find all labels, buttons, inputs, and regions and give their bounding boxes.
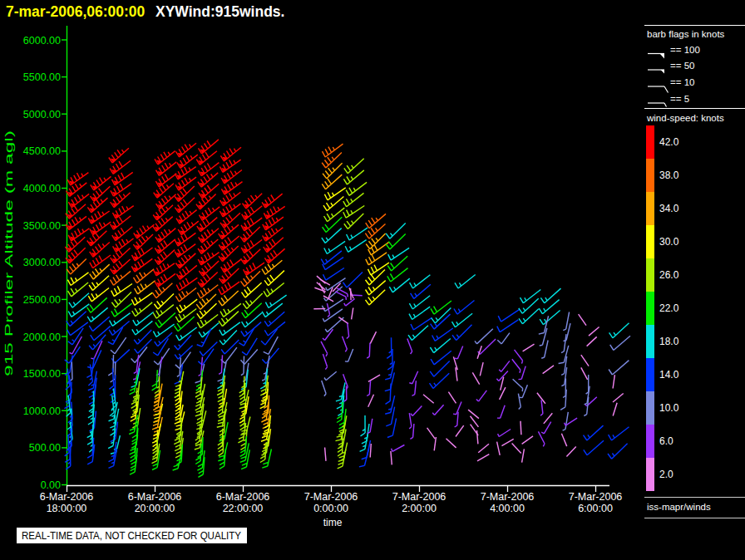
svg-text:14.0: 14.0 [659, 369, 679, 381]
svg-text:== 5: == 5 [670, 94, 689, 104]
svg-text:500.00: 500.00 [29, 442, 61, 454]
svg-text:3000.00: 3000.00 [23, 257, 61, 268]
svg-text:iss-mapr/winds: iss-mapr/winds [647, 502, 711, 512]
svg-text:34.0: 34.0 [659, 203, 679, 214]
svg-text:7-Mar-2006: 7-Mar-2006 [392, 491, 447, 503]
svg-text:2.0: 2.0 [659, 469, 673, 480]
svg-text:== 50: == 50 [670, 61, 694, 71]
svg-text:0:00:00: 0:00:00 [313, 503, 348, 514]
svg-text:915 Profiler Altitude (m agl): 915 Profiler Altitude (m agl) [3, 130, 15, 376]
svg-text:7-Mar-2006: 7-Mar-2006 [569, 491, 623, 503]
svg-text:1000.00: 1000.00 [23, 405, 61, 417]
svg-text:18:00:00: 18:00:00 [47, 503, 87, 514]
svg-text:4500.00: 4500.00 [23, 145, 61, 157]
svg-text:2500.00: 2500.00 [23, 294, 61, 306]
svg-text:time: time [323, 517, 343, 528]
svg-text:26.0: 26.0 [659, 269, 679, 281]
svg-text:XYWind:915winds.: XYWind:915winds. [155, 3, 284, 20]
svg-text:5000.00: 5000.00 [23, 109, 61, 120]
svg-text:5500.00: 5500.00 [23, 71, 61, 83]
svg-text:42.0: 42.0 [659, 136, 679, 148]
svg-text:2000.00: 2000.00 [23, 332, 61, 343]
svg-text:7-Mar-2006: 7-Mar-2006 [304, 491, 358, 503]
svg-text:6.0: 6.0 [659, 435, 673, 447]
svg-text:1500.00: 1500.00 [23, 368, 61, 380]
svg-text:18.0: 18.0 [659, 336, 679, 347]
svg-text:== 100: == 100 [670, 45, 700, 55]
svg-text:30.0: 30.0 [659, 236, 679, 248]
svg-text:6:00:00: 6:00:00 [578, 503, 613, 514]
svg-text:6000.00: 6000.00 [23, 35, 61, 47]
svg-text:22:00:00: 22:00:00 [223, 503, 264, 514]
svg-text:0.00: 0.00 [41, 479, 61, 491]
svg-text:7-Mar-2006: 7-Mar-2006 [481, 491, 535, 503]
svg-text:2:00:00: 2:00:00 [402, 503, 437, 514]
svg-text:4:00:00: 4:00:00 [490, 503, 525, 514]
svg-text:38.0: 38.0 [659, 169, 679, 181]
svg-text:REAL-TIME DATA, NOT CHECKED FO: REAL-TIME DATA, NOT CHECKED FOR QUALITY [22, 530, 242, 542]
svg-text:== 10: == 10 [670, 77, 694, 87]
svg-text:6-Mar-2006: 6-Mar-2006 [128, 491, 182, 503]
svg-text:wind-speed: knots: wind-speed: knots [646, 113, 724, 123]
svg-text:7-mar-2006,06:00:00: 7-mar-2006,06:00:00 [6, 3, 146, 20]
svg-text:6-Mar-2006: 6-Mar-2006 [40, 491, 94, 503]
svg-text:3500.00: 3500.00 [23, 220, 61, 232]
svg-text:4000.00: 4000.00 [23, 183, 61, 194]
svg-text:10.0: 10.0 [659, 402, 679, 414]
svg-text:6-Mar-2006: 6-Mar-2006 [216, 491, 270, 503]
svg-text:22.0: 22.0 [659, 302, 679, 314]
svg-text:barb flags in knots: barb flags in knots [647, 29, 725, 39]
svg-text:20:00:00: 20:00:00 [135, 503, 175, 514]
